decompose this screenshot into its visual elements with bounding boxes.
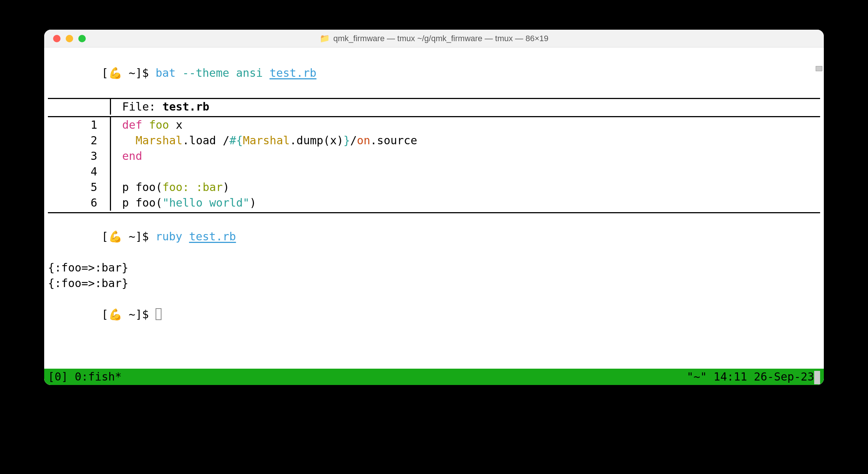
dump-call: .dump(x) (290, 134, 344, 147)
cmd-bat: bat (156, 66, 176, 79)
regex-slash: / (223, 134, 229, 147)
kw-end: end (122, 149, 142, 162)
const-marshal-2: Marshal (243, 134, 290, 147)
lineno-1: 1 (48, 117, 111, 133)
paren-close: ) (223, 181, 229, 194)
title-text: qmk_firmware — tmux ~/g/qmk_firmware — t… (333, 34, 549, 43)
code-line-2: 2 Marshal.load /#{Marshal.dump(x)}/on.so… (44, 133, 824, 148)
string-hello: "hello world" (162, 196, 249, 209)
cmd-filename-2: test.rb (189, 230, 236, 243)
regex-opt: on (357, 134, 370, 147)
tmux-right: "~" 14:11 26-Sep-23 (687, 369, 820, 385)
prompt-line-3: [💪 ~]$ (44, 291, 824, 338)
p-call-2: p foo( (122, 196, 162, 209)
window-title: 📁 qmk_firmware — tmux ~/g/qmk_firmware —… (320, 34, 549, 43)
interp-close: } (343, 134, 350, 147)
zoom-button[interactable] (78, 35, 86, 42)
prompt-path: ~ (122, 66, 136, 79)
tmux-left: [0] 0:fish* (48, 369, 122, 385)
cmd-ruby: ruby (156, 230, 189, 243)
cmd-theme-name: ansi (236, 66, 270, 79)
cmd-filename: test.rb (270, 66, 316, 79)
traffic-lights (44, 35, 86, 42)
param-x: x (169, 118, 182, 131)
code-line-3: 3 end (44, 148, 824, 164)
prompt-open: [ (102, 66, 108, 79)
lineno-4: 4 (48, 164, 111, 180)
tmux-cursor (814, 371, 820, 384)
titlebar[interactable]: 📁 qmk_firmware — tmux ~/g/qmk_firmware —… (44, 30, 824, 47)
tmux-status-bar[interactable]: [0] 0:fish* "~" 14:11 26-Sep-23 (44, 369, 824, 385)
output-line-2: {:foo=>:bar} (44, 276, 824, 291)
terminal-body[interactable]: [💪 ~]$ bat --theme ansi test.rb File: te… (44, 47, 824, 385)
terminal-window: 📁 qmk_firmware — tmux ~/g/qmk_firmware —… (44, 30, 824, 385)
lineno-6: 6 (48, 195, 111, 211)
scrollbar-indicator[interactable] (816, 66, 822, 71)
regex-slash-2: / (350, 134, 357, 147)
const-marshal: Marshal (136, 134, 182, 147)
p-call: p foo( (122, 181, 162, 194)
cmd-flag: --theme (176, 66, 236, 79)
close-button[interactable] (53, 35, 61, 42)
lineno-2: 2 (48, 133, 111, 148)
bat-gutter-header (48, 99, 111, 115)
code-line-4: 4 (44, 164, 824, 180)
output-line-1: {:foo=>:bar} (44, 260, 824, 276)
kw-def: def (122, 118, 142, 131)
bat-file-label: File: test.rb (111, 99, 820, 115)
prompt-emoji: 💪 (108, 230, 122, 243)
code-line-5: 5 p foo(foo: :bar) (44, 180, 824, 195)
code-line-1: 1 def foo x (44, 117, 824, 133)
interp-open: #{ (229, 134, 243, 147)
prompt-emoji: 💪 (108, 308, 122, 321)
bat-header-row: File: test.rb (44, 99, 824, 115)
prompt-emoji: 💪 (108, 66, 122, 79)
dot-source: .source (370, 134, 417, 147)
key-foo: foo: (162, 181, 189, 194)
bat-file-name: test.rb (162, 100, 209, 113)
code-line-6: 6 p foo("hello world") (44, 195, 824, 211)
prompt-line-2: [💪 ~]$ ruby test.rb (44, 213, 824, 260)
prompt-line-1: [💪 ~]$ bat --theme ansi test.rb (44, 50, 824, 96)
lineno-3: 3 (48, 148, 111, 164)
paren-close-2: ) (249, 196, 256, 209)
method-name: foo (149, 118, 169, 131)
minimize-button[interactable] (66, 35, 73, 42)
dot-load: .load (183, 134, 223, 147)
folder-icon: 📁 (320, 34, 330, 43)
prompt-close: ]$ (136, 66, 156, 79)
lineno-5: 5 (48, 180, 111, 195)
cursor[interactable] (156, 308, 161, 320)
sym-bar: :bar (196, 181, 223, 194)
